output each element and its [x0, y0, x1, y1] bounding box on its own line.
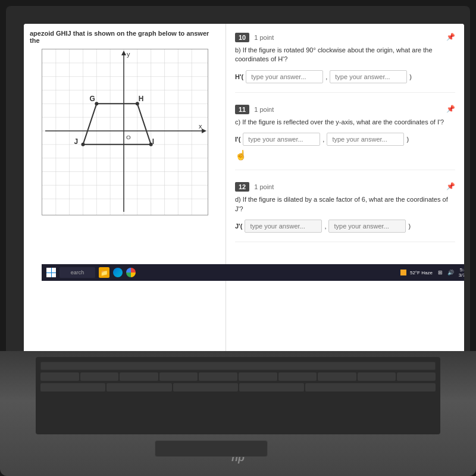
question-11-number: 11 [235, 105, 249, 114]
question-12-comma: , [324, 223, 326, 230]
weather-text: 52°F Haze [410, 270, 433, 275]
date-display: 3/7/2022 [459, 273, 464, 278]
svg-marker-25 [202, 129, 206, 133]
question-10-input1[interactable] [246, 70, 323, 83]
taskbar-right: 52°F Haze ⊞ 🔊 5:42 AM 3/7/2022 [400, 267, 464, 278]
question-12-paren: ) [408, 223, 411, 230]
right-panel: 📌 10 1 point b) If the figure is rotated… [226, 24, 464, 369]
question-10-label: H'( [235, 73, 243, 80]
network-icon: ⊞ [436, 268, 444, 277]
question-11-header: 11 1 point [235, 105, 455, 114]
system-tray: ⊞ 🔊 [436, 268, 455, 277]
question-12-input2[interactable] [328, 220, 406, 233]
question-11-block: 📌 11 1 point c) If the figure is reflect… [235, 105, 455, 170]
question-10-answer-row: H'( , ) [235, 70, 455, 83]
question-11-text: c) If the figure is reflected over the y… [235, 118, 455, 127]
time-display: 5:42 AM [459, 267, 464, 273]
pin-icon-12[interactable]: 📌 [446, 182, 455, 190]
question-10-paren: ) [409, 73, 412, 80]
search-box[interactable]: earch [60, 267, 95, 278]
taskbar: earch 📁 52°F Haze ⊞ 🔊 5:42 AM 3/7/2022 [42, 264, 464, 281]
svg-marker-29 [83, 104, 151, 145]
question-12-block: 📌 12 1 point d) If the figure is dilated… [235, 182, 455, 242]
left-panel: apezoid GHIJ that is shown on the graph … [24, 24, 226, 369]
problem-description: apezoid GHIJ that is shown on the graph … [30, 30, 220, 44]
search-label: earch [71, 270, 84, 275]
pin-icon-11[interactable]: 📌 [446, 105, 455, 113]
question-10-comma: , [325, 73, 327, 80]
svg-text:O: O [126, 134, 130, 140]
question-11-label: I'( [235, 136, 240, 143]
svg-marker-24 [121, 51, 126, 55]
question-12-points: 1 point [254, 183, 274, 190]
question-11-input2[interactable] [327, 133, 404, 146]
question-10-header: 10 1 point [235, 33, 455, 42]
svg-text:H: H [138, 95, 143, 103]
question-10-input2[interactable] [330, 70, 407, 83]
question-10-number: 10 [235, 33, 249, 42]
question-11-answer-row: I'( , ) [235, 133, 455, 146]
chrome-browser-button[interactable] [126, 268, 136, 277]
question-12-answer-row: J'( , ) [235, 220, 455, 233]
question-10-block: 📌 10 1 point b) If the figure is rotated… [235, 33, 455, 93]
svg-text:y: y [126, 51, 130, 58]
question-12-header: 12 1 point [235, 182, 455, 192]
question-12-text: d) If the figure is dilated by a scale f… [235, 195, 455, 214]
hand-cursor: ☝ [235, 149, 455, 161]
svg-text:I: I [152, 137, 154, 146]
svg-text:x: x [199, 123, 202, 130]
file-explorer-button[interactable]: 📁 [99, 267, 109, 278]
question-11-paren: ) [406, 136, 409, 143]
volume-icon: 🔊 [447, 268, 455, 277]
question-11-input1[interactable] [243, 133, 320, 146]
question-11-points: 1 point [254, 106, 274, 113]
svg-point-33 [81, 143, 84, 146]
keyboard-area [36, 357, 440, 434]
taskbar-left: earch 📁 [46, 267, 136, 278]
weather-icon [400, 270, 406, 275]
edge-browser-button[interactable] [113, 268, 123, 277]
graph-svg: y x O [42, 49, 208, 215]
coordinate-graph: y x O [42, 49, 208, 215]
svg-text:G: G [89, 95, 95, 103]
system-clock: 5:42 AM 3/7/2022 [459, 267, 464, 278]
svg-text:J: J [74, 137, 78, 146]
svg-point-30 [95, 102, 98, 105]
laptop-body: hp [0, 351, 476, 476]
question-12-input1[interactable] [245, 220, 322, 233]
question-10-text: b) If the figure is rotated 90° clockwis… [235, 46, 455, 64]
touchpad[interactable] [155, 440, 268, 457]
question-10-points: 1 point [254, 34, 274, 41]
question-12-label: J'( [235, 223, 242, 230]
question-11-comma: , [322, 136, 324, 143]
windows-start-button[interactable] [46, 268, 56, 277]
question-12-number: 12 [235, 182, 249, 192]
pin-icon-10[interactable]: 📌 [446, 33, 455, 41]
